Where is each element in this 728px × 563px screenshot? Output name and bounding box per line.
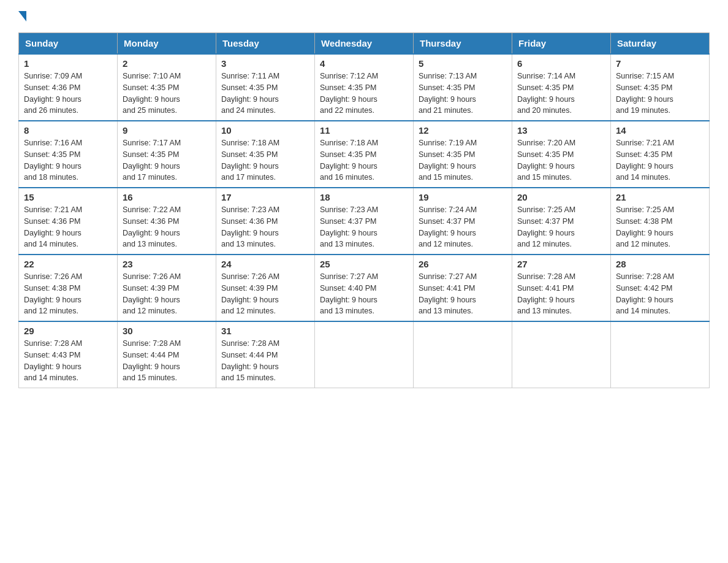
calendar-cell (315, 321, 414, 388)
calendar-cell: 25 Sunrise: 7:27 AM Sunset: 4:40 PM Dayl… (315, 255, 414, 321)
day-number: 22 (24, 259, 112, 269)
day-number: 5 (419, 58, 507, 69)
day-number: 14 (616, 125, 704, 136)
calendar-cell: 23 Sunrise: 7:26 AM Sunset: 4:39 PM Dayl… (118, 255, 216, 321)
calendar-cell: 17 Sunrise: 7:23 AM Sunset: 4:36 PM Dayl… (216, 188, 315, 255)
calendar-cell: 30 Sunrise: 7:28 AM Sunset: 4:44 PM Dayl… (118, 321, 216, 388)
day-info: Sunrise: 7:25 AM Sunset: 4:37 PM Dayligh… (517, 204, 605, 250)
calendar-cell (611, 321, 710, 388)
day-info: Sunrise: 7:12 AM Sunset: 4:35 PM Dayligh… (320, 71, 408, 117)
calendar-cell: 1 Sunrise: 7:09 AM Sunset: 4:36 PM Dayli… (19, 54, 118, 121)
day-info: Sunrise: 7:27 AM Sunset: 4:41 PM Dayligh… (419, 271, 507, 317)
day-number: 30 (123, 326, 211, 336)
calendar-cell: 11 Sunrise: 7:18 AM Sunset: 4:35 PM Dayl… (315, 121, 414, 188)
day-number: 27 (517, 259, 605, 269)
calendar-cell: 7 Sunrise: 7:15 AM Sunset: 4:35 PM Dayli… (611, 54, 710, 121)
day-number: 26 (419, 259, 507, 269)
day-info: Sunrise: 7:21 AM Sunset: 4:36 PM Dayligh… (24, 204, 112, 250)
calendar-cell: 22 Sunrise: 7:26 AM Sunset: 4:38 PM Dayl… (19, 255, 118, 321)
day-number: 13 (517, 125, 605, 136)
day-info: Sunrise: 7:15 AM Sunset: 4:35 PM Dayligh… (616, 71, 704, 117)
logo-triangle-icon (18, 11, 26, 21)
day-info: Sunrise: 7:28 AM Sunset: 4:44 PM Dayligh… (123, 338, 211, 384)
col-header-thursday: Thursday (414, 33, 512, 55)
day-number: 23 (123, 259, 211, 269)
day-number: 4 (320, 58, 408, 69)
day-number: 21 (616, 192, 704, 202)
calendar-cell (512, 321, 611, 388)
calendar-table: SundayMondayTuesdayWednesdayThursdayFrid… (18, 33, 710, 388)
day-info: Sunrise: 7:26 AM Sunset: 4:39 PM Dayligh… (123, 271, 211, 317)
day-number: 28 (616, 259, 704, 269)
day-number: 31 (221, 326, 309, 336)
calendar-cell: 6 Sunrise: 7:14 AM Sunset: 4:35 PM Dayli… (512, 54, 611, 121)
logo (18, 12, 26, 23)
calendar-cell (414, 321, 512, 388)
calendar-cell: 16 Sunrise: 7:22 AM Sunset: 4:36 PM Dayl… (118, 188, 216, 255)
day-info: Sunrise: 7:17 AM Sunset: 4:35 PM Dayligh… (123, 137, 211, 183)
day-number: 25 (320, 259, 408, 269)
col-header-sunday: Sunday (19, 33, 118, 55)
day-info: Sunrise: 7:20 AM Sunset: 4:35 PM Dayligh… (517, 137, 605, 183)
day-info: Sunrise: 7:23 AM Sunset: 4:36 PM Dayligh… (221, 204, 309, 250)
day-info: Sunrise: 7:09 AM Sunset: 4:36 PM Dayligh… (24, 71, 112, 117)
day-number: 2 (123, 58, 211, 69)
day-number: 6 (517, 58, 605, 69)
day-info: Sunrise: 7:11 AM Sunset: 4:35 PM Dayligh… (221, 71, 309, 117)
day-number: 19 (419, 192, 507, 202)
day-info: Sunrise: 7:28 AM Sunset: 4:44 PM Dayligh… (221, 338, 309, 384)
day-info: Sunrise: 7:21 AM Sunset: 4:35 PM Dayligh… (616, 137, 704, 183)
calendar-cell: 24 Sunrise: 7:26 AM Sunset: 4:39 PM Dayl… (216, 255, 315, 321)
calendar-cell: 8 Sunrise: 7:16 AM Sunset: 4:35 PM Dayli… (19, 121, 118, 188)
day-info: Sunrise: 7:14 AM Sunset: 4:35 PM Dayligh… (517, 71, 605, 117)
day-number: 11 (320, 125, 408, 136)
col-header-saturday: Saturday (611, 33, 710, 55)
day-info: Sunrise: 7:19 AM Sunset: 4:35 PM Dayligh… (419, 137, 507, 183)
week-row: 8 Sunrise: 7:16 AM Sunset: 4:35 PM Dayli… (19, 121, 710, 188)
page-header (18, 12, 710, 23)
day-info: Sunrise: 7:16 AM Sunset: 4:35 PM Dayligh… (24, 137, 112, 183)
day-info: Sunrise: 7:10 AM Sunset: 4:35 PM Dayligh… (123, 71, 211, 117)
calendar-cell: 29 Sunrise: 7:28 AM Sunset: 4:43 PM Dayl… (19, 321, 118, 388)
calendar-cell: 15 Sunrise: 7:21 AM Sunset: 4:36 PM Dayl… (19, 188, 118, 255)
calendar-cell: 9 Sunrise: 7:17 AM Sunset: 4:35 PM Dayli… (118, 121, 216, 188)
day-info: Sunrise: 7:26 AM Sunset: 4:39 PM Dayligh… (221, 271, 309, 317)
day-info: Sunrise: 7:28 AM Sunset: 4:43 PM Dayligh… (24, 338, 112, 384)
day-number: 15 (24, 192, 112, 202)
calendar-cell: 20 Sunrise: 7:25 AM Sunset: 4:37 PM Dayl… (512, 188, 611, 255)
day-info: Sunrise: 7:26 AM Sunset: 4:38 PM Dayligh… (24, 271, 112, 317)
col-header-wednesday: Wednesday (315, 33, 414, 55)
calendar-cell: 26 Sunrise: 7:27 AM Sunset: 4:41 PM Dayl… (414, 255, 512, 321)
day-number: 18 (320, 192, 408, 202)
day-number: 12 (419, 125, 507, 136)
day-number: 7 (616, 58, 704, 69)
week-row: 29 Sunrise: 7:28 AM Sunset: 4:43 PM Dayl… (19, 321, 710, 388)
week-row: 15 Sunrise: 7:21 AM Sunset: 4:36 PM Dayl… (19, 188, 710, 255)
day-number: 29 (24, 326, 112, 336)
calendar-cell: 10 Sunrise: 7:18 AM Sunset: 4:35 PM Dayl… (216, 121, 315, 188)
calendar-cell: 21 Sunrise: 7:25 AM Sunset: 4:38 PM Dayl… (611, 188, 710, 255)
calendar-cell: 28 Sunrise: 7:28 AM Sunset: 4:42 PM Dayl… (611, 255, 710, 321)
day-info: Sunrise: 7:28 AM Sunset: 4:42 PM Dayligh… (616, 271, 704, 317)
calendar-cell: 14 Sunrise: 7:21 AM Sunset: 4:35 PM Dayl… (611, 121, 710, 188)
day-info: Sunrise: 7:18 AM Sunset: 4:35 PM Dayligh… (320, 137, 408, 183)
calendar-cell: 19 Sunrise: 7:24 AM Sunset: 4:37 PM Dayl… (414, 188, 512, 255)
calendar-cell: 5 Sunrise: 7:13 AM Sunset: 4:35 PM Dayli… (414, 54, 512, 121)
day-number: 24 (221, 259, 309, 269)
week-row: 1 Sunrise: 7:09 AM Sunset: 4:36 PM Dayli… (19, 54, 710, 121)
day-info: Sunrise: 7:25 AM Sunset: 4:38 PM Dayligh… (616, 204, 704, 250)
day-number: 8 (24, 125, 112, 136)
col-header-tuesday: Tuesday (216, 33, 315, 55)
day-info: Sunrise: 7:28 AM Sunset: 4:41 PM Dayligh… (517, 271, 605, 317)
calendar-cell: 13 Sunrise: 7:20 AM Sunset: 4:35 PM Dayl… (512, 121, 611, 188)
calendar-cell: 3 Sunrise: 7:11 AM Sunset: 4:35 PM Dayli… (216, 54, 315, 121)
day-number: 10 (221, 125, 309, 136)
calendar-cell: 18 Sunrise: 7:23 AM Sunset: 4:37 PM Dayl… (315, 188, 414, 255)
calendar-cell: 12 Sunrise: 7:19 AM Sunset: 4:35 PM Dayl… (414, 121, 512, 188)
day-info: Sunrise: 7:22 AM Sunset: 4:36 PM Dayligh… (123, 204, 211, 250)
day-number: 9 (123, 125, 211, 136)
day-info: Sunrise: 7:27 AM Sunset: 4:40 PM Dayligh… (320, 271, 408, 317)
day-number: 16 (123, 192, 211, 202)
calendar-header-row: SundayMondayTuesdayWednesdayThursdayFrid… (19, 33, 710, 55)
col-header-monday: Monday (118, 33, 216, 55)
